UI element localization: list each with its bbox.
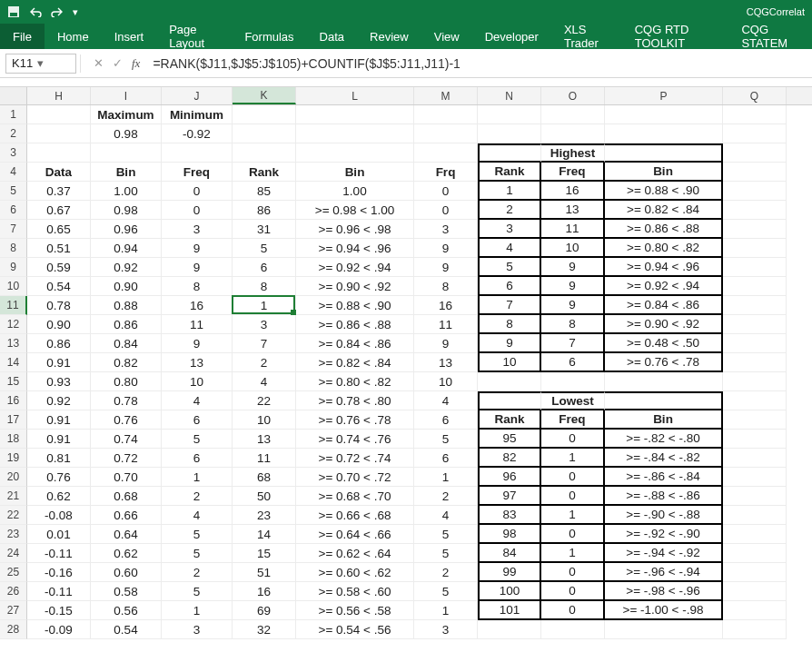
- cell-N8[interactable]: 4: [478, 239, 541, 258]
- cell-L5[interactable]: 1.00: [296, 182, 414, 201]
- cell-N5[interactable]: 1: [478, 182, 541, 201]
- ribbon-tab-home[interactable]: Home: [45, 24, 102, 49]
- cell-O23[interactable]: 0: [541, 525, 605, 544]
- cell-Q27[interactable]: [723, 601, 787, 620]
- row-header-15[interactable]: 15: [0, 372, 27, 391]
- ribbon-tab-view[interactable]: View: [421, 24, 472, 49]
- cell-K11[interactable]: 1: [233, 296, 296, 315]
- ribbon-tab-insert[interactable]: Insert: [102, 24, 157, 49]
- cell-H15[interactable]: 0.93: [27, 372, 91, 391]
- cell-J25[interactable]: 2: [162, 563, 233, 582]
- cell-P21[interactable]: >= -.88 < -.86: [605, 487, 723, 506]
- cell-K17[interactable]: 10: [233, 410, 296, 430]
- ribbon-tab-formulas[interactable]: Formulas: [232, 24, 306, 49]
- cell-H23[interactable]: 0.01: [27, 525, 91, 544]
- cell-P25[interactable]: >= -.96 < -.94: [605, 563, 723, 582]
- cancel-icon[interactable]: ✕: [94, 56, 104, 70]
- cell-M16[interactable]: 4: [414, 391, 478, 410]
- cell-H3[interactable]: [27, 143, 91, 163]
- cell-O24[interactable]: 1: [541, 544, 605, 563]
- cell-P2[interactable]: [605, 124, 723, 143]
- cell-M28[interactable]: 3: [414, 620, 478, 639]
- cell-I28[interactable]: 0.54: [91, 620, 162, 639]
- cell-L23[interactable]: >= 0.64 < .66: [296, 525, 414, 544]
- column-header-I[interactable]: I: [91, 87, 162, 104]
- cell-O13[interactable]: 7: [541, 334, 605, 353]
- spreadsheet-grid[interactable]: HIJKLMNOPQ 1MaximumMinimum20.98-0.923Hig…: [0, 87, 812, 639]
- cell-I21[interactable]: 0.68: [91, 487, 162, 506]
- cell-J4[interactable]: Freq: [162, 163, 233, 182]
- cell-Q17[interactable]: [723, 410, 787, 430]
- cell-P22[interactable]: >= -.90 < -.88: [605, 506, 723, 525]
- cell-O26[interactable]: 0: [541, 582, 605, 601]
- cell-P6[interactable]: >= 0.82 < .84: [605, 201, 723, 220]
- cell-Q9[interactable]: [723, 258, 787, 277]
- cell-I23[interactable]: 0.64: [91, 525, 162, 544]
- cell-P10[interactable]: >= 0.92 < .94: [605, 277, 723, 296]
- cell-K1[interactable]: [233, 105, 296, 124]
- cell-I1[interactable]: Maximum: [91, 105, 162, 124]
- cell-L16[interactable]: >= 0.78 < .80: [296, 391, 414, 410]
- name-box-dropdown-icon[interactable]: ▾: [33, 56, 47, 70]
- cell-N24[interactable]: 84: [478, 544, 541, 563]
- cell-L7[interactable]: >= 0.96 < .98: [296, 220, 414, 239]
- cell-O11[interactable]: 9: [541, 296, 605, 315]
- cell-K9[interactable]: 6: [233, 258, 296, 277]
- cell-L19[interactable]: >= 0.72 < .74: [296, 449, 414, 468]
- cell-P4[interactable]: Bin: [605, 163, 723, 182]
- cell-Q18[interactable]: [723, 430, 787, 449]
- cell-O5[interactable]: 16: [541, 182, 605, 201]
- cell-K21[interactable]: 50: [233, 487, 296, 506]
- cell-N28[interactable]: [478, 620, 541, 639]
- row-header-27[interactable]: 27: [0, 601, 27, 620]
- row-header-18[interactable]: 18: [0, 430, 27, 449]
- cell-J23[interactable]: 5: [162, 525, 233, 544]
- cell-K23[interactable]: 14: [233, 525, 296, 544]
- cell-H22[interactable]: -0.08: [27, 506, 91, 525]
- row-header-22[interactable]: 22: [0, 506, 27, 525]
- cell-J26[interactable]: 5: [162, 582, 233, 601]
- row-header-11[interactable]: 11: [0, 296, 27, 315]
- cell-K14[interactable]: 2: [233, 353, 296, 372]
- cell-H1[interactable]: [27, 105, 91, 124]
- enter-icon[interactable]: ✓: [113, 56, 123, 70]
- cell-P8[interactable]: >= 0.80 < .82: [605, 239, 723, 258]
- column-header-O[interactable]: O: [541, 87, 605, 104]
- cell-I3[interactable]: [91, 143, 162, 163]
- cell-L21[interactable]: >= 0.68 < .70: [296, 487, 414, 506]
- cell-O6[interactable]: 13: [541, 201, 605, 220]
- cell-L8[interactable]: >= 0.94 < .96: [296, 239, 414, 258]
- cell-N7[interactable]: 3: [478, 220, 541, 239]
- select-all-corner[interactable]: [0, 87, 27, 104]
- cell-H2[interactable]: [27, 124, 91, 143]
- cell-M24[interactable]: 5: [414, 544, 478, 563]
- cell-J10[interactable]: 8: [162, 277, 233, 296]
- cell-K27[interactable]: 69: [233, 601, 296, 620]
- cell-I7[interactable]: 0.96: [91, 220, 162, 239]
- cell-K4[interactable]: Rank: [233, 163, 296, 182]
- cell-N19[interactable]: 82: [478, 449, 541, 468]
- cell-M9[interactable]: 9: [414, 258, 478, 277]
- cell-N9[interactable]: 5: [478, 258, 541, 277]
- ribbon-tab-developer[interactable]: Developer: [472, 24, 551, 49]
- cell-M18[interactable]: 5: [414, 430, 478, 449]
- insert-function-icon[interactable]: fx: [132, 56, 140, 71]
- cell-N6[interactable]: 2: [478, 201, 541, 220]
- cell-Q3[interactable]: [723, 143, 787, 163]
- cell-H17[interactable]: 0.91: [27, 410, 91, 430]
- cell-L11[interactable]: >= 0.88 < .90: [296, 296, 414, 315]
- cell-Q12[interactable]: [723, 315, 787, 334]
- cell-H16[interactable]: 0.92: [27, 391, 91, 410]
- cell-L17[interactable]: >= 0.76 < .78: [296, 410, 414, 430]
- cell-J7[interactable]: 3: [162, 220, 233, 239]
- cell-M17[interactable]: 6: [414, 410, 478, 430]
- cell-H7[interactable]: 0.65: [27, 220, 91, 239]
- cell-I18[interactable]: 0.74: [91, 430, 162, 449]
- cell-I25[interactable]: 0.60: [91, 563, 162, 582]
- cell-Q4[interactable]: [723, 163, 787, 182]
- row-header-13[interactable]: 13: [0, 334, 27, 353]
- cell-Q15[interactable]: [723, 372, 787, 391]
- cell-I15[interactable]: 0.80: [91, 372, 162, 391]
- cell-N4[interactable]: Rank: [478, 163, 541, 182]
- cell-P24[interactable]: >= -.94 < -.92: [605, 544, 723, 563]
